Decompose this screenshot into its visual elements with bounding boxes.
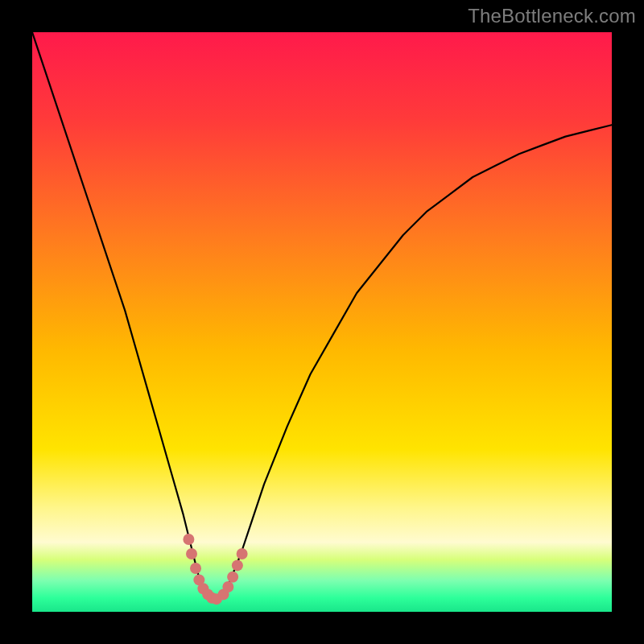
chart-svg [32, 32, 612, 612]
marker-dot [227, 572, 238, 583]
marker-dot [190, 563, 201, 574]
marker-dot [222, 581, 233, 592]
chart-frame: TheBottleneck.com [0, 0, 644, 644]
plot-area [32, 32, 612, 612]
marker-dot [237, 548, 248, 559]
marker-dot [232, 559, 243, 571]
marker-dot [186, 548, 197, 559]
green-band [32, 543, 612, 612]
watermark-text: TheBottleneck.com [468, 5, 636, 27]
gradient-background [32, 32, 612, 612]
marker-dot [183, 534, 194, 545]
